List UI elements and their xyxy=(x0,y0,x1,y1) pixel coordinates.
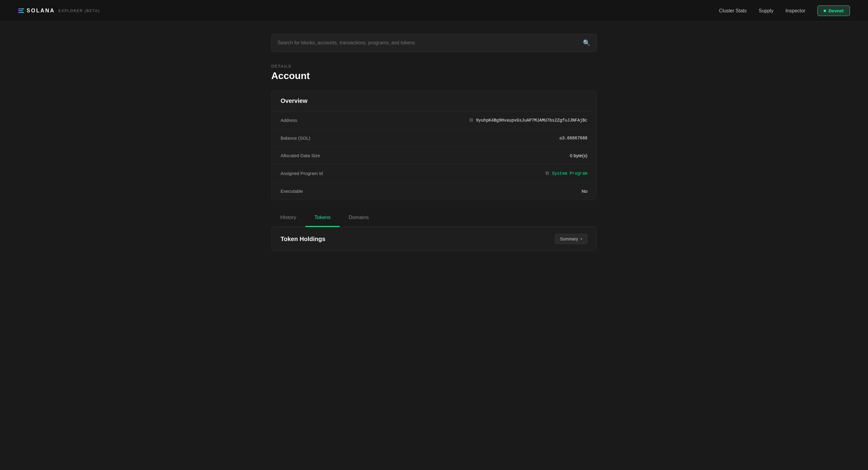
table-row: Address ⧉ 9yuhpK4Bg9HvaupvGsJuAP7MJAMU7b… xyxy=(272,111,596,129)
copy-program-icon[interactable]: ⧉ xyxy=(546,171,549,176)
executable-value: No xyxy=(582,188,587,194)
nav-links: Cluster Stats Supply Inspector Devnet xyxy=(719,5,850,16)
chevron-down-icon: ▾ xyxy=(581,237,582,241)
nav-supply[interactable]: Supply xyxy=(758,8,773,13)
nav-cluster-stats[interactable]: Cluster Stats xyxy=(719,8,747,13)
balance-value: ◎3.66867688 xyxy=(560,136,587,141)
table-row: Assigned Program Id ⧉ System Program xyxy=(272,165,596,182)
copy-address-icon[interactable]: ⧉ xyxy=(470,117,473,123)
address-label: Address xyxy=(281,118,297,123)
logo: SOLANA EXPLORER (BETA) xyxy=(18,7,100,14)
overview-header: Overview xyxy=(272,91,596,111)
tab-domains[interactable]: Domains xyxy=(340,209,378,227)
page-title: Account xyxy=(271,70,597,82)
main-content: 🔍 DETAILS Account Overview Address ⧉ 9yu… xyxy=(253,22,615,272)
address-value: ⧉ 9yuhpK4Bg9HvaupvGsJuAP7MJAMU7bs2ZgfuJJ… xyxy=(470,117,587,123)
logo-bars-icon xyxy=(18,8,24,13)
summary-label: Summary xyxy=(560,236,578,241)
executable-label: Executable xyxy=(281,188,303,194)
token-holdings-header: Token Holdings Summary ▾ xyxy=(272,227,596,251)
search-bar: 🔍 xyxy=(271,34,597,52)
logo-solana-text: SOLANA xyxy=(27,7,55,14)
token-holdings-title: Token Holdings xyxy=(281,236,326,242)
address-text: 9yuhpK4Bg9HvaupvGsJuAP7MJAMU7bs2ZgfuJJNF… xyxy=(476,118,587,123)
logo-beta-text: EXPLORER (BETA) xyxy=(59,9,100,13)
overview-heading: Overview xyxy=(281,97,587,105)
tab-bar: History Tokens Domains xyxy=(271,209,597,227)
data-size-value: 0 byte(s) xyxy=(570,153,587,158)
table-row: Executable No xyxy=(272,182,596,200)
balance-label: Balance (SOL) xyxy=(281,136,310,141)
details-section: DETAILS Account xyxy=(271,64,597,82)
tab-tokens[interactable]: Tokens xyxy=(305,209,340,227)
table-row: Balance (SOL) ◎3.66867688 xyxy=(272,129,596,147)
devnet-button[interactable]: Devnet xyxy=(817,5,850,16)
navbar: SOLANA EXPLORER (BETA) Cluster Stats Sup… xyxy=(0,0,868,22)
devnet-status-dot xyxy=(824,10,826,12)
overview-card: Overview Address ⧉ 9yuhpK4Bg9HvaupvGsJuA… xyxy=(271,90,597,200)
devnet-label: Devnet xyxy=(829,8,844,13)
summary-dropdown-button[interactable]: Summary ▾ xyxy=(555,234,587,244)
table-row: Allocated Data Size 0 byte(s) xyxy=(272,147,596,165)
program-id-label: Assigned Program Id xyxy=(281,171,323,176)
tab-history[interactable]: History xyxy=(271,209,305,227)
nav-inspector[interactable]: Inspector xyxy=(785,8,805,13)
search-icon[interactable]: 🔍 xyxy=(583,39,590,47)
details-label: DETAILS xyxy=(271,64,597,68)
program-id-value: ⧉ System Program xyxy=(546,171,587,176)
token-holdings-card: Token Holdings Summary ▾ xyxy=(271,227,597,251)
data-size-label: Allocated Data Size xyxy=(281,153,320,158)
search-input[interactable] xyxy=(278,40,583,46)
solana-logo: SOLANA EXPLORER (BETA) xyxy=(18,7,100,14)
program-id-text[interactable]: System Program xyxy=(552,171,587,176)
